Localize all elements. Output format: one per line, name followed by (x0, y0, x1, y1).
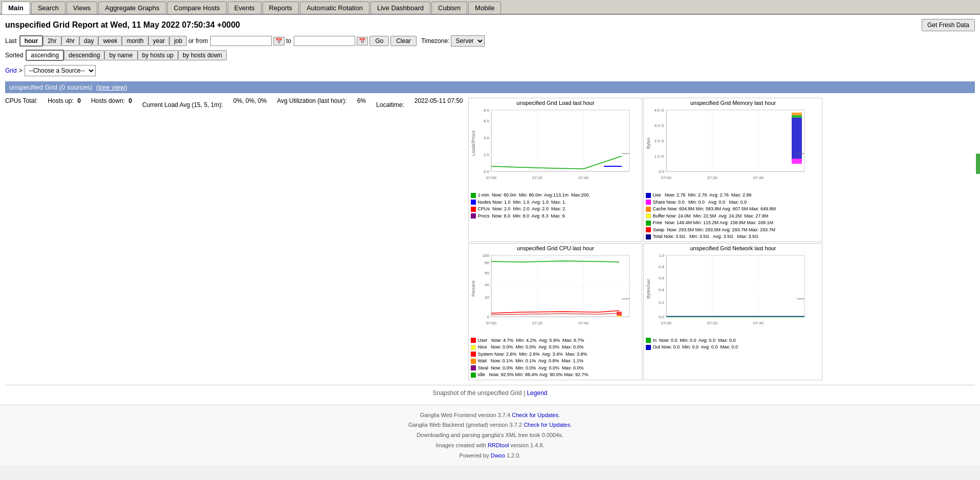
hosts-up-label: Hosts up: (48, 97, 74, 104)
check-updates-link2[interactable]: Check for Updates (524, 422, 570, 428)
time-btn-day[interactable]: day (79, 36, 98, 46)
nav-tab-automatic-rotation[interactable]: Automatic Rotation (300, 2, 369, 14)
grid-link[interactable]: Grid (5, 67, 17, 74)
network-chart-container: unspecified Grid Network last hour Bytes… (643, 243, 822, 380)
load-chart-container: unspecified Grid Load last hour Loads/Pr… (468, 98, 642, 242)
svg-text:Loads/Procs: Loads/Procs (471, 130, 476, 156)
svg-text:0: 0 (487, 315, 490, 319)
cpu-chart-title: unspecified Grid CPU last hour (469, 244, 642, 253)
to-date-input[interactable] (294, 36, 355, 46)
svg-text:07:20: 07:20 (707, 321, 718, 325)
grid-section-header: unspecified Grid (0 sources) (tree view) (5, 81, 975, 93)
navigation-tabs: MainSearchViewsAggregate GraphsCompare H… (0, 0, 980, 15)
svg-text:07:20: 07:20 (707, 176, 718, 180)
nav-tab-events[interactable]: Events (228, 2, 262, 14)
main-content: unspecified Grid Report at Wed, 11 May 2… (0, 15, 980, 405)
from-date-input[interactable] (210, 36, 272, 46)
load-chart-legend: 1-min Now: 80.0m Min: 80.0m Avg:113.1m M… (469, 191, 642, 221)
cpus-total-label: CPUs Total: (5, 97, 37, 104)
time-btn-week[interactable]: week (98, 36, 122, 46)
clear-button[interactable]: Clear (390, 36, 417, 46)
grid-source-row: Grid > --Choose a Source-- (5, 65, 975, 76)
load-chart-title: unspecified Grid Load last hour (469, 98, 642, 107)
svg-text:6.0: 6.0 (484, 119, 490, 123)
source-select[interactable]: --Choose a Source-- (25, 65, 96, 76)
nav-tab-mobile[interactable]: Mobile (468, 2, 501, 14)
timezone-select[interactable]: Server UTC Local (451, 35, 485, 47)
dwoo-link[interactable]: Dwoo (491, 452, 505, 459)
svg-rect-54 (666, 255, 804, 317)
nav-tab-compare-hosts[interactable]: Compare Hosts (167, 2, 227, 14)
hosts-down-label: Hosts down: (91, 97, 125, 104)
svg-text:07:40: 07:40 (753, 176, 764, 180)
time-btn-year[interactable]: year (148, 36, 169, 46)
svg-text:2.0 G: 2.0 G (655, 139, 665, 143)
sort-buttons-group: ascendingdescendingby nameby hosts upby … (26, 50, 226, 61)
localtime-label-row: Localtime: (376, 101, 404, 375)
nav-tab-reports[interactable]: Reports (263, 2, 299, 14)
svg-text:Bytes/sec: Bytes/sec (646, 278, 651, 298)
svg-text:1.0 G: 1.0 G (655, 154, 665, 159)
svg-text:07:00: 07:00 (661, 176, 672, 180)
svg-text:0.8: 0.8 (659, 265, 665, 269)
time-btn-hour[interactable]: hour (19, 35, 43, 47)
check-updates-link1[interactable]: Check for Updates (512, 412, 558, 418)
svg-text:40: 40 (485, 282, 490, 287)
time-buttons-group: hour2hr4hrdayweekmonthyearjob (19, 35, 187, 47)
cpu-chart-svg: Percent 0 20 40 60 80 100 07:00 07:20 07… (469, 253, 642, 335)
avg-util-label: Avg Utilization (last hour): (277, 97, 347, 104)
load-avg-value: 0%, 0%, 0% (233, 97, 267, 104)
time-btn-2hr[interactable]: 2hr (43, 36, 61, 46)
sort-btn-by-hosts-down[interactable]: by hosts down (178, 50, 227, 60)
avg-util-label-row: Avg Utilization (last hour): (277, 97, 347, 375)
nav-tab-search[interactable]: Search (31, 2, 66, 14)
sort-btn-ascending[interactable]: ascending (26, 50, 64, 61)
svg-text:07:00: 07:00 (486, 321, 497, 325)
sort-btn-by-hosts-up[interactable]: by hosts up (138, 50, 178, 60)
sort-btn-descending[interactable]: descending (64, 50, 104, 60)
nav-tab-live-dashboard[interactable]: Live Dashboard (371, 2, 430, 14)
svg-text:0.6: 0.6 (659, 276, 665, 280)
nav-tab-aggregate-graphs[interactable]: Aggregate Graphs (98, 2, 166, 14)
network-chart-title: unspecified Grid Network last hour (644, 244, 822, 253)
svg-rect-33 (792, 159, 802, 164)
svg-text:8.0: 8.0 (484, 108, 490, 113)
footer-line3: Downloading and parsing ganglia's XML tr… (5, 430, 975, 441)
hosts-down-value: 0 (128, 97, 132, 104)
to-label: to (286, 37, 291, 45)
network-chart-svg: Bytes/sec 0.0 0.2 0.4 0.6 0.8 1.0 07:00 … (644, 253, 822, 335)
nav-tab-cubism[interactable]: Cubism (431, 2, 467, 14)
scrollbar-indicator[interactable] (976, 154, 980, 174)
svg-rect-30 (792, 118, 802, 159)
tree-view-link[interactable]: tree view (98, 83, 125, 91)
go-button[interactable]: Go (369, 36, 389, 46)
nav-tab-main[interactable]: Main (2, 2, 30, 14)
svg-text:07:00: 07:00 (661, 321, 672, 325)
svg-rect-51 (617, 312, 622, 316)
time-btn-month[interactable]: month (122, 36, 148, 46)
svg-rect-32 (792, 113, 802, 115)
nav-tab-views[interactable]: Views (67, 2, 97, 14)
time-btn-job[interactable]: job (169, 36, 187, 46)
charts-area: unspecified Grid Load last hour Loads/Pr… (468, 97, 823, 381)
svg-rect-0 (491, 110, 629, 171)
page-header: unspecified Grid Report at Wed, 11 May 2… (5, 19, 975, 31)
sort-btn-by-name[interactable]: by name (104, 50, 137, 60)
legend-link[interactable]: Legend (527, 389, 547, 397)
fresh-data-button[interactable]: Get Fresh Data (922, 19, 975, 31)
svg-text:3.0 G: 3.0 G (655, 123, 665, 128)
time-btn-4hr[interactable]: 4hr (61, 36, 79, 46)
hosts-up-value: 0 (77, 97, 81, 104)
to-calendar-button[interactable]: 📅 (357, 37, 368, 46)
stats-panel: CPUs Total: Hosts up: 0 Hosts down: 0 Cu… (5, 97, 463, 376)
rrdtool-link[interactable]: RRDtool (488, 442, 509, 448)
svg-text:07:20: 07:20 (532, 176, 543, 180)
charts-bottom-row: unspecified Grid CPU last hour Percent 0… (468, 243, 823, 381)
last-label: Last (5, 37, 17, 45)
svg-text:0.2: 0.2 (659, 300, 665, 305)
svg-rect-52 (617, 316, 622, 317)
time-controls: Last hour2hr4hrdayweekmonthyearjob or fr… (5, 35, 975, 47)
svg-text:Percent: Percent (471, 280, 476, 296)
from-calendar-button[interactable]: 📅 (273, 37, 285, 46)
svg-rect-16 (666, 110, 804, 171)
